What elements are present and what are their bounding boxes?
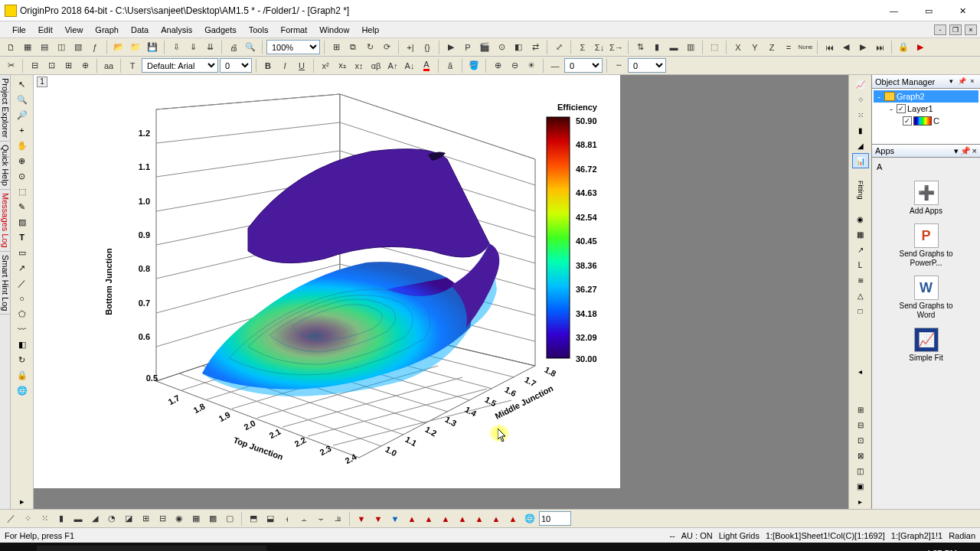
wire-tool2[interactable]: ▩	[205, 511, 220, 527]
surface-tool2[interactable]: ▦	[188, 511, 204, 527]
app-add-apps[interactable]: ➕ Add Apps	[892, 181, 961, 216]
fit-button[interactable]: ▲	[421, 511, 436, 527]
menu-graph[interactable]: Graph	[89, 24, 125, 36]
rescale-button[interactable]: ⤢	[551, 40, 567, 55]
taskbar-excel-icon[interactable]: ▦	[665, 545, 691, 551]
zoom-out-tool[interactable]: 🔎	[14, 107, 31, 122]
slide-show-button[interactable]: ▶	[443, 40, 459, 55]
column-plot-button[interactable]: ▮	[649, 40, 665, 55]
tree-series-row[interactable]: ✓ C	[874, 115, 978, 127]
project-explorer-tab[interactable]: Project Explorer	[0, 75, 10, 142]
last-button[interactable]: ⏭	[872, 40, 887, 55]
save-button[interactable]: 💾	[145, 40, 160, 55]
app-send-word[interactable]: W Send Graphs to Word	[892, 276, 961, 320]
add-layer-button[interactable]: ⊕	[77, 58, 93, 73]
merge-button[interactable]: ⊟	[27, 58, 42, 73]
collapse-right-button[interactable]: ◂	[852, 364, 869, 379]
col-statistics-button[interactable]: Σ↓	[592, 40, 607, 55]
bar-plot-button[interactable]: ▬	[666, 40, 681, 55]
screen-reader-tool[interactable]: +	[14, 122, 31, 138]
decrease-font-button[interactable]: A↓	[402, 58, 417, 73]
plane-z-button[interactable]: ▼	[387, 511, 403, 527]
prev-button[interactable]: ◀	[838, 40, 854, 55]
recalculate-button[interactable]: ⟳	[379, 40, 394, 55]
tree-root-row[interactable]: - Graph2	[874, 90, 978, 103]
plane-x-button[interactable]: ▼	[354, 511, 369, 527]
plane-c-button[interactable]: ▲	[488, 511, 504, 527]
value2-combo[interactable]: 0	[628, 58, 666, 73]
superscript-button[interactable]: x²	[318, 58, 333, 73]
text-tool[interactable]: T	[14, 230, 31, 245]
data-reader-tool[interactable]: ⊕	[14, 153, 31, 168]
3d-rotate-tool[interactable]: 🌐	[14, 383, 31, 398]
open-video-button[interactable]: 🎬	[477, 40, 492, 55]
ternary-button[interactable]: △	[852, 288, 869, 303]
taskbar-app2-icon[interactable]: ◧	[795, 545, 821, 551]
line-tool[interactable]: ／	[14, 276, 31, 291]
line-width-combo[interactable]: 0	[564, 58, 603, 73]
area-plot-button[interactable]: ◢	[852, 138, 869, 153]
region-object-tool[interactable]: ◧	[14, 337, 31, 352]
taskbar-firefox-icon[interactable]: 🦊	[743, 545, 769, 551]
line-scatter-tool2[interactable]: ⁙	[37, 511, 52, 527]
lock-tool[interactable]: 🔒	[14, 367, 31, 383]
stock-tool2[interactable]: ⊟	[155, 511, 170, 527]
align-bottom-button[interactable]: ⫡	[330, 511, 345, 527]
task-view-button[interactable]: ▢▢	[639, 545, 665, 551]
line-tool2[interactable]: ／	[3, 511, 18, 527]
group4-button[interactable]: ⊠	[852, 448, 869, 463]
font-name-combo[interactable]: Default: Arial	[142, 58, 218, 73]
open-button[interactable]: 📂	[111, 40, 126, 55]
circle-tool[interactable]: ○	[14, 291, 31, 306]
pointer-tool[interactable]: ↖	[14, 77, 31, 92]
increase-font-button[interactable]: A↑	[385, 58, 400, 73]
app-simple-fit[interactable]: 📈 Simple Fit	[892, 328, 961, 363]
send-to-ppt-button[interactable]: P	[460, 40, 475, 55]
new-graph-button[interactable]: ◫	[54, 40, 69, 55]
row-statistics-button[interactable]: Σ→	[609, 40, 624, 55]
3d-plot-button[interactable]: 📊	[852, 153, 869, 168]
contour-button[interactable]: ◉	[852, 211, 869, 227]
first-button[interactable]: ⏮	[822, 40, 837, 55]
messages-log-tab[interactable]: Messages Log	[0, 190, 10, 252]
template-library-button[interactable]: □	[852, 303, 869, 318]
templates-button[interactable]: ▢	[222, 511, 237, 527]
zoom-combo[interactable]: 100%	[266, 40, 320, 54]
vector-plot-button[interactable]: ↗	[852, 242, 869, 257]
new-matrix-button[interactable]: ▧	[70, 40, 86, 55]
line-symbol-button[interactable]: ⁙	[852, 107, 869, 122]
greek-button[interactable]: αβ	[368, 58, 384, 73]
symbol-map-button[interactable]: ã	[443, 58, 458, 73]
next-button[interactable]: ▶	[855, 40, 871, 55]
rotate-tool[interactable]: ↻	[14, 352, 31, 367]
batch-button[interactable]: ◧	[511, 40, 526, 55]
fitting-tab[interactable]: Fitting	[852, 174, 869, 205]
3d-tool2[interactable]: ◪	[121, 511, 136, 527]
align-left-button[interactable]: ⫞	[279, 511, 295, 527]
group5-button[interactable]: ◫	[852, 463, 869, 478]
contour-tool2[interactable]: ◉	[172, 511, 187, 527]
column-tool2[interactable]: ▮	[54, 511, 69, 527]
subscript-button[interactable]: x₂	[335, 58, 350, 73]
stats-tool2[interactable]: ⊞	[138, 511, 153, 527]
align-top-button[interactable]: ⫟	[313, 511, 328, 527]
panning-tool[interactable]: ✋	[14, 138, 31, 153]
om-close-button[interactable]: ×	[968, 77, 977, 86]
rectangle-tool[interactable]: ▭	[14, 245, 31, 260]
group3-button[interactable]: ⊡	[852, 432, 869, 448]
status-au[interactable]: AU : ON	[681, 531, 713, 540]
extract-button[interactable]: ⊡	[44, 58, 59, 73]
workspace-canvas[interactable]: 1	[34, 75, 848, 509]
menu-file[interactable]: File	[6, 24, 32, 36]
scatter-plot-button[interactable]: ⁘	[852, 92, 869, 107]
close-button[interactable]: ✕	[946, 1, 980, 21]
histogram-button[interactable]: ▥	[683, 40, 698, 55]
object-tree[interactable]: - Graph2 - ✓ Layer1 ✓ C	[872, 89, 980, 144]
print-button[interactable]: 🖨	[226, 40, 241, 55]
smart-hint-tab[interactable]: Smart Hint Log	[0, 252, 10, 315]
group2-button[interactable]: ⊟	[852, 417, 869, 432]
taskbar-origin-icon[interactable]: ▣	[769, 545, 795, 551]
taskbar-photos-icon[interactable]: 🖼	[821, 545, 847, 551]
taskbar-search-input[interactable]	[37, 546, 266, 551]
y-axis-button[interactable]: Y	[747, 40, 763, 55]
